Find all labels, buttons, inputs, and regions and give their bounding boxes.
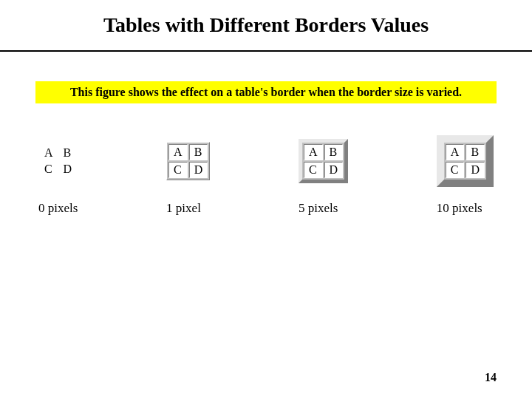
example-label: 0 pixels xyxy=(38,201,78,216)
cell: C xyxy=(446,162,465,178)
example-10px: A B C D 10 pixels xyxy=(437,132,494,216)
cell: C xyxy=(40,162,58,177)
example-1px: A B C D 1 pixel xyxy=(166,132,210,216)
example-5px: A B C D 5 pixels xyxy=(299,132,348,216)
cell: D xyxy=(59,162,77,177)
cell: A xyxy=(446,144,465,160)
page-number: 14 xyxy=(485,371,497,384)
cell: B xyxy=(466,144,485,160)
example-0px: A B C D 0 pixels xyxy=(38,132,78,216)
cell: D xyxy=(189,162,208,178)
caption-box: This figure shows the effect on a table'… xyxy=(35,81,497,103)
cell: B xyxy=(59,146,77,160)
table-border-5: A B C D xyxy=(299,139,348,183)
example-label: 10 pixels xyxy=(437,201,482,216)
title-rule xyxy=(0,50,532,52)
cell: D xyxy=(466,162,485,178)
cell: B xyxy=(189,144,208,160)
cell: B xyxy=(324,144,344,160)
examples-row: A B C D 0 pixels A B xyxy=(38,132,494,216)
cell: A xyxy=(168,144,188,160)
table-border-1: A B C D xyxy=(166,142,210,180)
cell: D xyxy=(324,162,344,178)
example-label: 5 pixels xyxy=(299,201,338,216)
cell: A xyxy=(304,144,323,160)
cell: C xyxy=(304,162,323,178)
table-border-10: A B C D xyxy=(437,135,494,187)
table-border-0: A B C D xyxy=(38,144,78,178)
example-label: 1 pixel xyxy=(166,201,201,216)
cell: C xyxy=(168,162,188,178)
cell: A xyxy=(40,146,58,160)
slide-title: Tables with Different Borders Values xyxy=(0,0,532,37)
